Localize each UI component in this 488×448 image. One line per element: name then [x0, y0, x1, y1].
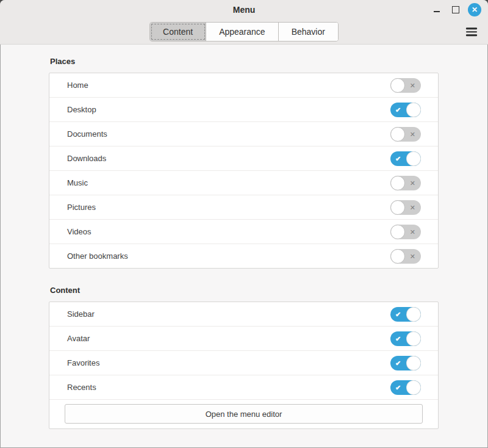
setting-row-sidebar: Sidebar✔ [49, 302, 438, 326]
minimize-icon [434, 11, 440, 12]
tab-group: ContentAppearanceBehavior [149, 22, 339, 42]
toggle-switch-home[interactable]: ✕ [390, 78, 421, 93]
toggle-knob [406, 380, 421, 395]
cross-icon: ✕ [410, 179, 415, 186]
tab-content[interactable]: Content [150, 23, 206, 41]
tab-bar: ContentAppearanceBehavior [0, 20, 488, 45]
hamburger-icon [466, 27, 477, 29]
setting-row-home: Home✕ [49, 73, 438, 97]
setting-label: Desktop [67, 105, 390, 114]
toggle-knob [406, 331, 421, 346]
maximize-button[interactable] [448, 2, 463, 17]
cross-icon: ✕ [410, 228, 415, 235]
window-controls: ✕ [429, 0, 482, 20]
toggle-knob [390, 225, 405, 239]
setting-row-desktop: Desktop✔ [49, 97, 438, 121]
setting-label: Sidebar [67, 309, 390, 319]
setting-row-pictures: Pictures✕ [49, 195, 438, 219]
check-icon: ✔ [395, 106, 401, 113]
cross-icon: ✕ [410, 204, 415, 211]
settings-group: Home✕Desktop✔Documents✕Downloads✔Music✕P… [49, 73, 439, 269]
settings-group: Sidebar✔Avatar✔Favorites✔Recents✔Open th… [49, 302, 439, 429]
setting-row-music: Music✕ [49, 170, 438, 195]
tab-behavior[interactable]: Behavior [279, 23, 338, 41]
hamburger-icon [466, 34, 477, 36]
check-icon: ✔ [395, 311, 401, 317]
cross-icon: ✕ [410, 131, 415, 137]
cross-icon: ✕ [410, 82, 415, 89]
toggle-switch-documents[interactable]: ✕ [390, 127, 421, 142]
toggle-switch-pictures[interactable]: ✕ [390, 200, 421, 215]
window-title: Menu [233, 5, 256, 15]
setting-row-avatar: Avatar✔ [49, 326, 438, 350]
titlebar[interactable]: Menu ✕ [0, 0, 488, 20]
toggle-switch-other-bookmarks[interactable]: ✕ [390, 249, 421, 264]
close-button[interactable]: ✕ [467, 2, 482, 17]
toggle-switch-videos[interactable]: ✕ [390, 225, 421, 239]
toggle-switch-sidebar[interactable]: ✔ [390, 307, 421, 322]
close-icon: ✕ [468, 3, 481, 16]
check-icon: ✔ [395, 335, 401, 342]
toggle-switch-recents[interactable]: ✔ [390, 380, 421, 395]
setting-label: Documents [67, 129, 390, 139]
setting-label: Music [67, 178, 390, 187]
footer-button-row: Open the menu editor [49, 399, 438, 428]
setting-label: Home [67, 81, 390, 90]
toggle-switch-favorites[interactable]: ✔ [390, 356, 421, 370]
section-title: Content [50, 286, 439, 295]
toggle-knob [390, 78, 405, 93]
toggle-knob [390, 127, 405, 142]
setting-row-other-bookmarks: Other bookmarks✕ [49, 244, 438, 268]
hamburger-menu-button[interactable] [465, 25, 478, 38]
section-content: ContentSidebar✔Avatar✔Favorites✔Recents✔… [49, 286, 439, 429]
toggle-knob [406, 103, 421, 117]
open-menu-editor-button[interactable]: Open the menu editor [65, 404, 423, 424]
setting-row-downloads: Downloads✔ [49, 146, 438, 170]
setting-row-recents: Recents✔ [49, 375, 438, 399]
section-title: Places [50, 57, 439, 66]
cross-icon: ✕ [410, 253, 415, 259]
setting-label: Other bookmarks [67, 251, 390, 261]
hamburger-icon [466, 31, 477, 33]
toggle-knob [406, 307, 421, 322]
setting-label: Pictures [67, 203, 390, 212]
check-icon: ✔ [395, 384, 401, 391]
toggle-switch-desktop[interactable]: ✔ [390, 103, 421, 117]
settings-window: Menu ✕ ContentAppearanceBehavior PlacesH… [0, 0, 488, 448]
toggle-knob [390, 200, 405, 215]
maximize-icon [452, 6, 459, 13]
setting-row-documents: Documents✕ [49, 121, 438, 146]
toggle-switch-music[interactable]: ✕ [390, 176, 421, 190]
toggle-switch-avatar[interactable]: ✔ [390, 331, 421, 346]
setting-label: Downloads [67, 154, 390, 163]
toggle-switch-downloads[interactable]: ✔ [390, 151, 421, 166]
setting-row-favorites: Favorites✔ [49, 350, 438, 375]
tab-appearance[interactable]: Appearance [206, 23, 279, 41]
setting-label: Videos [67, 227, 390, 236]
section-places: PlacesHome✕Desktop✔Documents✕Downloads✔M… [49, 57, 439, 269]
toggle-knob [390, 176, 405, 190]
setting-row-videos: Videos✕ [49, 219, 438, 244]
content-area: PlacesHome✕Desktop✔Documents✕Downloads✔M… [0, 45, 488, 429]
setting-label: Favorites [67, 358, 390, 367]
check-icon: ✔ [395, 155, 401, 162]
setting-label: Recents [67, 383, 390, 392]
toggle-knob [390, 249, 405, 264]
check-icon: ✔ [395, 359, 401, 366]
minimize-button[interactable] [429, 2, 444, 17]
setting-label: Avatar [67, 334, 390, 343]
toggle-knob [406, 151, 421, 166]
sections: PlacesHome✕Desktop✔Documents✕Downloads✔M… [0, 57, 488, 429]
toggle-knob [406, 356, 421, 370]
